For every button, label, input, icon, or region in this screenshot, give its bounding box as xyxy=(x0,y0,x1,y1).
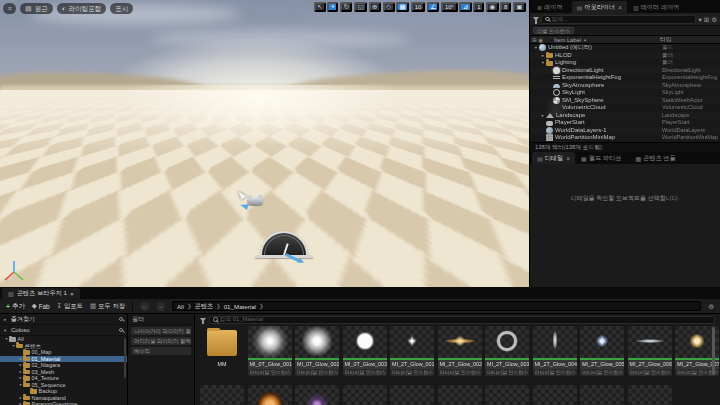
outliner-row[interactable]: WorldDataLayers-1 WorldDataLayers xyxy=(530,127,720,135)
panel-tab[interactable]: ≣ 레이어 xyxy=(532,1,571,13)
asset-tile[interactable]: MI_0T_Glow_002 머티리얼 인스턴스 xyxy=(295,326,339,376)
asset-tile[interactable] xyxy=(390,385,434,405)
filter-item[interactable]: 나이아가라 파라미터 컬렉션 xyxy=(131,327,191,336)
asset-tile[interactable]: MI_2T_Glow_001 머티리얼 인스턴스 xyxy=(390,326,434,376)
viewport-tool[interactable]: ⊿ xyxy=(459,2,471,12)
asset-tile[interactable] xyxy=(438,385,482,405)
panel-tab[interactable]: ▤ 아웃라이너 × xyxy=(572,1,627,13)
search-icon[interactable] xyxy=(119,317,124,322)
viewport-tool[interactable]: ◇ xyxy=(383,2,395,12)
sort-arrow-icon[interactable]: ▲ xyxy=(583,37,587,42)
viewport-tool[interactable]: ▣ xyxy=(513,2,526,12)
panel-tab[interactable]: ▥ 데이터 레이어 xyxy=(628,1,688,13)
save-all-button[interactable]: ▥ 모두 저장 xyxy=(90,302,125,311)
outliner-row[interactable]: WorldPartitionMiniMap WorldPartitionMini… xyxy=(530,134,720,142)
asset-tile[interactable] xyxy=(628,385,672,405)
asset-tile[interactable] xyxy=(295,385,339,405)
fab-button[interactable]: ◆ Fab xyxy=(32,302,50,310)
viewport-tool[interactable]: 8 xyxy=(500,2,511,12)
outliner-row[interactable]: SM_SkySphere StaticMeshActor xyxy=(530,97,720,105)
filter-item[interactable]: 머티리얼 파라미터 컬렉션 xyxy=(131,337,191,346)
viewport-tool[interactable]: 10° xyxy=(441,2,458,12)
item-label-column[interactable]: Item Label xyxy=(554,37,581,43)
forward-button[interactable]: → xyxy=(156,302,165,311)
show-button[interactable]: 표시 xyxy=(110,3,133,14)
breadcrumb-item[interactable]: 콘텐츠 xyxy=(194,302,213,311)
outliner-row[interactable]: VolumetricCloud VolumetricCloud xyxy=(530,104,720,112)
viewport-tool[interactable]: ∠ xyxy=(427,2,440,12)
viewport-tool[interactable]: ▦ xyxy=(396,2,409,12)
asset-scrollbar[interactable] xyxy=(712,327,715,375)
breadcrumb[interactable]: All ❯ 콘텐츠 ❯ 01_Material ❯ xyxy=(172,301,701,311)
import-button[interactable]: ↧ 임포트 xyxy=(57,302,83,311)
header-column-icons[interactable]: ⊞ ◉ xyxy=(532,37,554,43)
filter-funnel-icon[interactable] xyxy=(533,17,539,21)
asset-tile[interactable] xyxy=(485,385,529,405)
favorites-header[interactable]: ▸ 즐겨찾기 xyxy=(0,314,127,325)
viewport-tool[interactable]: 10 xyxy=(411,2,425,12)
gear-icon[interactable]: ⚙ xyxy=(711,15,717,24)
new-folder-icon[interactable]: ⊞ xyxy=(704,15,709,24)
perspective-button[interactable]: ▤ 원근 xyxy=(20,3,53,14)
breadcrumb-item[interactable]: 01_Material xyxy=(224,303,256,310)
asset-tile[interactable]: MI_0T_Glow_003 머티리얼 인스턴스 xyxy=(343,326,387,376)
tree-scrollbar[interactable] xyxy=(124,338,127,378)
folder-tree-column: ▸ 즐겨찾기 ▾ Coloso ▾ All ▾ xyxy=(0,314,128,405)
asset-tile[interactable] xyxy=(343,385,387,405)
tab-close-icon[interactable]: × xyxy=(618,4,622,11)
viewport-tool[interactable]: + xyxy=(327,2,338,12)
asset-tile[interactable] xyxy=(200,385,244,405)
asset-tile[interactable]: MM xyxy=(200,326,244,376)
outliner-row[interactable]: PlayerStart PlayerStart xyxy=(530,119,720,127)
lit-mode-button[interactable]: ◐ 라이팅포함 xyxy=(57,3,107,14)
back-button[interactable]: ← xyxy=(140,302,149,311)
chevron-down-icon[interactable]: ▾ xyxy=(698,15,701,24)
viewport-tool[interactable]: ↻ xyxy=(340,2,352,12)
add-button[interactable]: + 추가 xyxy=(6,302,25,311)
outliner-row[interactable]: DirectionalLight DirectionalLight xyxy=(530,67,720,75)
outliner-row[interactable]: ▾ Untitled (에디터) 월드 xyxy=(530,44,720,52)
viewport-menu-button[interactable]: ≡ xyxy=(3,3,16,14)
tab-close-icon[interactable]: × xyxy=(566,155,570,162)
outliner-row[interactable]: SkyLight SkyLight xyxy=(530,89,720,97)
folder-tree: ▾ All ▾ 콘텐츠 00_Map xyxy=(0,336,127,405)
asset-tile[interactable] xyxy=(580,385,624,405)
toolbar-settings-icon[interactable]: ⚙ xyxy=(708,302,714,311)
type-column[interactable]: 타입 xyxy=(660,35,718,44)
filter-funnel-icon[interactable] xyxy=(200,318,206,322)
outliner-row[interactable]: ExponentialHeightFog ExponentialHeightFo… xyxy=(530,74,720,82)
viewport-tool[interactable]: ◱ xyxy=(354,2,367,12)
asset-tile[interactable] xyxy=(248,385,292,405)
asset-tile[interactable]: MI_0T_Glow_001 머티리얼 인스턴스 xyxy=(248,326,292,376)
panel-tab[interactable]: ▦ 월드 파티션 xyxy=(576,152,629,164)
panel-tab[interactable]: ▤ 디테일 × xyxy=(532,152,575,164)
playerstart-gamepad-icon[interactable] xyxy=(247,197,263,205)
viewport-tool[interactable]: ↖ xyxy=(314,2,326,12)
content-browser-tab[interactable]: ▧ 콘텐츠 브라우저 1 × xyxy=(2,288,80,299)
outliner-row[interactable]: ▸ HLOD 폴더 xyxy=(530,52,720,60)
folder-tree-row[interactable]: ▸ ParagonGreystone xyxy=(0,401,127,405)
asset-tile[interactable] xyxy=(533,385,577,405)
viewport-tool[interactable]: 1 xyxy=(473,2,484,12)
filter-chip[interactable]: 라벨 인스턴스 xyxy=(533,27,574,34)
collection-header[interactable]: ▾ Coloso xyxy=(0,325,127,336)
outliner-row[interactable]: ▸ Landscape Landscape xyxy=(530,112,720,120)
panel-tab[interactable]: ▩ 콘텐츠 번들 xyxy=(630,152,683,164)
asset-search-input[interactable]: 검색 01_Material xyxy=(209,316,715,324)
viewport-3d[interactable]: ≡ ▤ 원근 ◐ 라이팅포함 표시 ↖ + ↻ ◱ ⊕ ◇ ▦ 10 xyxy=(0,0,530,287)
outliner-row[interactable]: SkyAtmosphere SkyAtmosphere xyxy=(530,82,720,90)
asset-tile[interactable]: MI_2T_Glow_003 머티리얼 인스턴스 xyxy=(485,326,529,376)
breadcrumb-item[interactable]: All xyxy=(177,303,184,310)
outliner-search-input[interactable]: 검색... xyxy=(541,15,696,24)
tab-close-icon[interactable]: × xyxy=(70,290,74,297)
content-browser: ▧ 콘텐츠 브라우저 1 × + 추가 ◆ Fab ↧ 임포트 ▥ 모두 저장 … xyxy=(0,287,720,405)
outliner-row[interactable]: ▾ Lighting 폴더 xyxy=(530,59,720,67)
asset-tile[interactable]: MI_2T_Glow_005 머티리얼 인스턴스 xyxy=(580,326,624,376)
asset-tile[interactable]: MI_2T_Glow_006 머티리얼 인스턴스 xyxy=(628,326,672,376)
filter-item[interactable]: 베이직 xyxy=(131,347,191,356)
search-icon[interactable] xyxy=(119,328,124,333)
viewport-tool[interactable]: ⊕ xyxy=(369,2,381,12)
viewport-tool[interactable]: ◉ xyxy=(486,2,499,12)
asset-tile[interactable]: MI_2T_Glow_002 머티리얼 인스턴스 xyxy=(438,326,482,376)
asset-tile[interactable]: MI_2T_Glow_004 머티리얼 인스턴스 xyxy=(533,326,577,376)
